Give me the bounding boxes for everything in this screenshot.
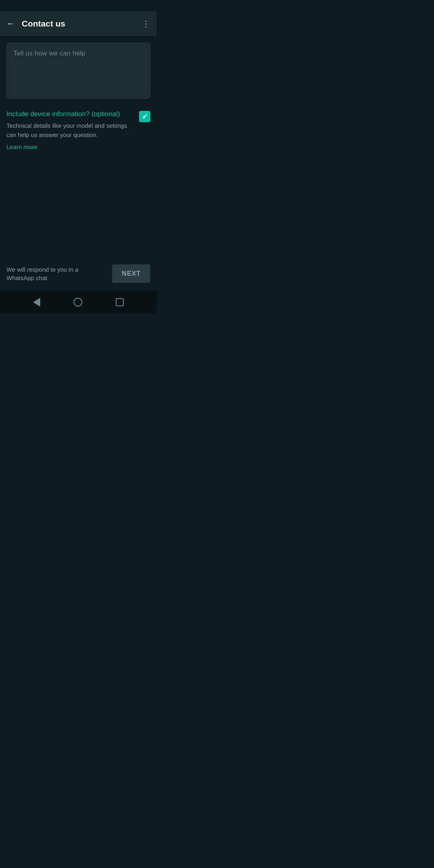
status-bar (0, 0, 157, 11)
page-title: Contact us (22, 19, 135, 29)
back-button[interactable]: ← (6, 19, 15, 28)
app-bar: ← Contact us ⋮ (0, 11, 157, 36)
more-options-button[interactable]: ⋮ (142, 19, 150, 29)
nav-back-button[interactable] (33, 298, 40, 307)
nav-bar (0, 291, 157, 313)
device-info-checkbox[interactable]: ✓ (139, 111, 150, 122)
recents-square-icon (116, 298, 124, 306)
device-info-description: Technical details like your model and se… (6, 121, 134, 139)
device-info-title: Include device information? (optional) (6, 110, 134, 118)
checkbox-checkmark: ✓ (142, 112, 148, 121)
help-textarea[interactable] (6, 43, 150, 99)
main-content: Include device information? (optional) T… (0, 36, 157, 157)
nav-home-button[interactable] (74, 298, 82, 307)
device-info-checkbox-container[interactable]: ✓ (139, 111, 150, 122)
device-info-section: Include device information? (optional) T… (6, 110, 150, 151)
bottom-bar: We will respond to you in a WhatsApp cha… (0, 258, 157, 291)
learn-more-link[interactable]: Learn more (6, 143, 37, 150)
back-triangle-icon (33, 298, 40, 307)
next-button[interactable]: NEXT (112, 264, 150, 283)
nav-recents-button[interactable] (116, 298, 124, 306)
home-circle-icon (74, 298, 82, 307)
device-info-text: Include device information? (optional) T… (6, 110, 134, 151)
respond-text: We will respond to you in a WhatsApp cha… (6, 265, 87, 282)
